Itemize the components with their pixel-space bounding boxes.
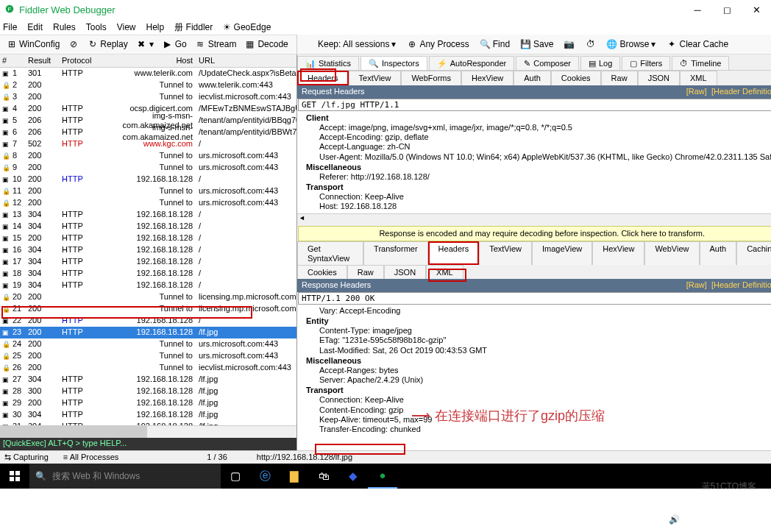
tab-composer[interactable]: ✎Composer: [516, 56, 579, 70]
session-row[interactable]: 🔒8200Tunnel tours.microsoft.com:443: [0, 150, 296, 162]
tray-volume-icon[interactable]: 🔊: [669, 514, 680, 525]
col-result[interactable]: Result: [28, 56, 62, 65]
menu-view[interactable]: View: [117, 22, 136, 32]
tb-find[interactable]: 🔍Find: [477, 38, 513, 52]
session-row[interactable]: 🔒2200Tunnel towww.telerik.com:443: [0, 79, 296, 91]
session-row[interactable]: 🔒21200Tunnel tolicensing.mp.microsoft.co…: [0, 303, 296, 315]
tb-replay[interactable]: ↻Replay: [84, 38, 130, 52]
header-line[interactable]: Accept-Language: zh-CN: [306, 142, 771, 152]
session-row[interactable]: 🔒26200Tunnel toiecvlist.microsoft.com:44…: [0, 362, 296, 374]
session-row[interactable]: ▣19304HTTP192.168.18.128/: [0, 280, 296, 291]
subtab-transformer[interactable]: Transformer: [363, 241, 428, 265]
session-row[interactable]: ▣14304HTTP192.168.18.128/: [0, 221, 296, 233]
session-row[interactable]: ▣6206HTTPimg-s-msn-com.akamaized.net/ten…: [0, 127, 296, 138]
subtab-xml[interactable]: XML: [680, 71, 717, 85]
session-row[interactable]: 🔒3200Tunnel toiecvlist.microsoft.com:443: [0, 91, 296, 103]
request-header-defs-link[interactable]: [Header Definitions]: [711, 87, 771, 96]
col-num[interactable]: #: [0, 56, 28, 65]
menu-tools[interactable]: Tools: [86, 22, 107, 32]
tb-stream[interactable]: ≋Stream: [192, 38, 240, 52]
header-line[interactable]: Connection: Keep-Alive: [306, 192, 771, 202]
session-row[interactable]: 🔒11200Tunnel tours.microsoft.com:443: [0, 185, 296, 197]
subtab-get-syntaxview[interactable]: Get SyntaxView: [297, 241, 363, 265]
subtab-textview[interactable]: TextView: [349, 71, 402, 85]
session-row[interactable]: 🔒25200Tunnel tours.microsoft.com:443: [0, 350, 296, 362]
session-row[interactable]: ▣18304HTTP192.168.18.128/: [0, 268, 296, 280]
subtab-hexview[interactable]: HexView: [461, 71, 514, 85]
response-raw-link[interactable]: [Raw]: [686, 280, 707, 289]
subtab-cookies[interactable]: Cookies: [297, 265, 347, 279]
menu-file[interactable]: File: [3, 22, 17, 32]
request-hscroll[interactable]: [297, 213, 771, 226]
request-raw-link[interactable]: [Raw]: [686, 87, 707, 96]
tab-inspectors[interactable]: 🔍Inspectors: [360, 56, 427, 70]
subtab-json[interactable]: JSON: [638, 71, 680, 85]
taskbar-edge-icon[interactable]: ⓔ: [250, 464, 280, 489]
subtab-webforms[interactable]: WebForms: [401, 71, 461, 85]
tab-filters[interactable]: ▢Filters: [622, 56, 670, 70]
minimize-button[interactable]: ─: [683, 0, 712, 20]
header-line[interactable]: Content-Type: image/jpeg: [306, 326, 771, 336]
menu-geoedge[interactable]: ☀ GeoEdge: [223, 22, 271, 32]
tab-log[interactable]: ▤Log: [580, 56, 620, 70]
menu-help[interactable]: Help: [146, 22, 165, 32]
subtab-auth[interactable]: Auth: [514, 71, 551, 85]
tray-network-icon[interactable]: ⚙: [644, 514, 653, 525]
subtab-json[interactable]: JSON: [384, 265, 426, 279]
subtab-headers[interactable]: Headers: [297, 71, 349, 85]
taskbar-explorer-icon[interactable]: ▇: [280, 464, 309, 489]
subtab-webview[interactable]: WebView: [644, 241, 699, 265]
subtab-hexview[interactable]: HexView: [592, 241, 644, 265]
header-line[interactable]: Vary: Accept-Encoding: [306, 306, 771, 316]
subtab-auth[interactable]: Auth: [700, 241, 737, 265]
session-row[interactable]: ▣7502HTTPwww.kgc.com/: [0, 138, 296, 150]
menu-fiddler[interactable]: 册 Fiddler: [174, 22, 213, 32]
session-row[interactable]: ▣23200HTTP192.168.18.128/lf.jpg: [0, 327, 296, 338]
header-line[interactable]: Accept: image/png, image/svg+xml, image/…: [306, 123, 771, 132]
menu-rules[interactable]: Rules: [53, 22, 76, 32]
taskbar-search[interactable]: 🔍搜索 Web 和 Windows: [29, 464, 221, 489]
subtab-xml[interactable]: XML: [426, 265, 463, 279]
response-header-defs-link[interactable]: [Header Definitions]: [711, 280, 771, 289]
capturing-indicator[interactable]: ⇆ Capturing: [4, 453, 49, 462]
taskbar-store-icon[interactable]: 🛍: [309, 464, 338, 489]
subtab-raw[interactable]: Raw: [601, 71, 638, 85]
session-row[interactable]: 🔒20200Tunnel tolicensing.mp.microsoft.co…: [0, 291, 296, 303]
tb-winconfig[interactable]: ⊞WinConfig: [3, 38, 63, 52]
tray-notifications-icon[interactable]: ▢: [757, 514, 765, 525]
tray-ime-icon[interactable]: 中: [700, 514, 708, 525]
decode-notice[interactable]: Response is encoded and may require deco…: [298, 226, 771, 241]
session-row[interactable]: ▣28300HTTP192.168.18.128/lf.jpg: [0, 386, 296, 397]
session-row[interactable]: ▣15200HTTP192.168.18.128/: [0, 233, 296, 244]
header-line[interactable]: ETag: "1231e-595c58f98b18c-gzip": [306, 336, 771, 345]
task-view-button[interactable]: ▢: [221, 464, 250, 489]
process-filter[interactable]: ≡ All Processes: [63, 453, 119, 462]
session-row[interactable]: ▣13304HTTP192.168.18.128/: [0, 209, 296, 221]
session-row[interactable]: 🔒9200Tunnel tours.microsoft.com:443: [0, 162, 296, 174]
menu-edit[interactable]: Edit: [27, 22, 43, 32]
tb-cancel[interactable]: ⊘: [65, 38, 82, 52]
tab-autoresponder[interactable]: ⚡AutoResponder: [429, 56, 514, 70]
col-host[interactable]: Host: [104, 56, 197, 65]
tb-keep--all-sessions[interactable]: Keep: All sessions ▾: [302, 38, 399, 52]
tray-up-icon[interactable]: ˄: [658, 514, 663, 525]
tb-go[interactable]: ▶Go: [159, 38, 190, 52]
session-row[interactable]: ▣22200HTTP192.168.18.128/: [0, 315, 296, 327]
col-url[interactable]: URL: [197, 56, 296, 65]
tab-statistics[interactable]: 📊Statistics: [297, 56, 359, 70]
close-button[interactable]: ✕: [742, 0, 771, 20]
header-line[interactable]: Connection: Keep-Alive: [306, 395, 771, 405]
taskbar-app1-icon[interactable]: ◆: [338, 464, 368, 489]
session-row[interactable]: ▣16304HTTP192.168.18.128/: [0, 244, 296, 256]
subtab-raw[interactable]: Raw: [347, 265, 384, 279]
tb-timer[interactable]: ⏱: [582, 38, 599, 52]
header-line[interactable]: Referer: http://192.168.18.128/: [306, 172, 771, 182]
subtab-caching[interactable]: Caching: [736, 241, 771, 265]
tab-timeline[interactable]: ⏱Timeline: [672, 56, 729, 70]
tray-flag-icon[interactable]: ▢: [686, 514, 694, 525]
session-row[interactable]: ▣10200HTTP192.168.18.128/: [0, 174, 296, 185]
subtab-headers[interactable]: Headers: [428, 241, 480, 265]
header-line[interactable]: Transfer-Encoding: chunked: [306, 425, 771, 434]
header-line[interactable]: Accept-Ranges: bytes: [306, 366, 771, 375]
session-row[interactable]: 🔒24200Tunnel tours.microsoft.com:443: [0, 338, 296, 350]
